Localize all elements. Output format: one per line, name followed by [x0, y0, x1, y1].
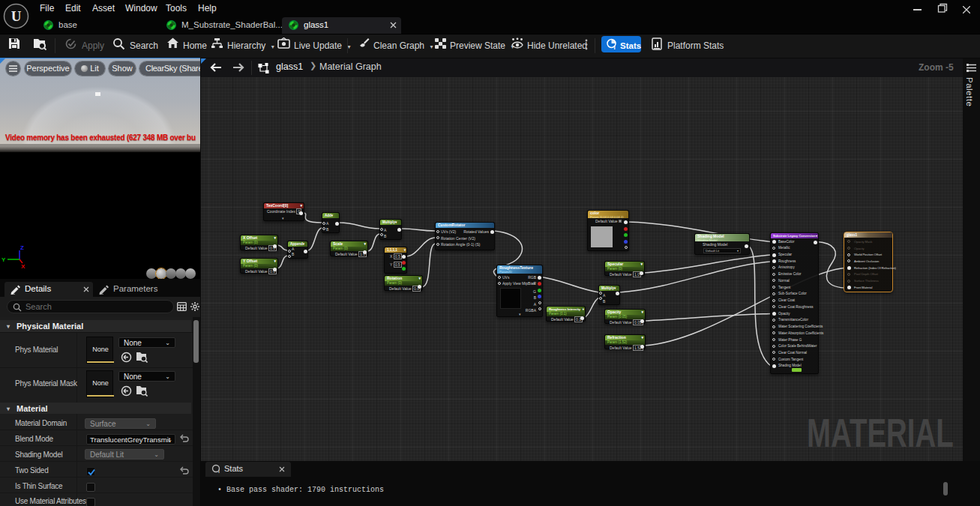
- svg-text:U: U: [11, 8, 22, 24]
- svg-text:i: i: [218, 469, 220, 474]
- svg-text:X: X: [21, 263, 25, 268]
- svg-text:Y: Y: [1, 256, 6, 263]
- svg-text:Z: Z: [20, 244, 24, 251]
- svg-text:i: i: [614, 44, 616, 50]
